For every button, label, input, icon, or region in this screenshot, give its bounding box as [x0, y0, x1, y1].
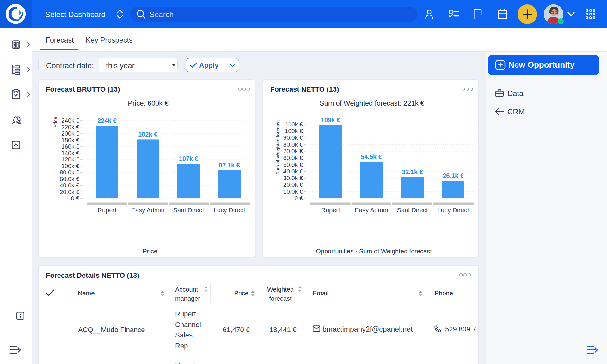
svg-text:Forecast BRUTTO (13): Forecast BRUTTO (13) [46, 85, 120, 93]
svg-text:Easy Admin: Easy Admin [355, 207, 388, 214]
svg-text:182k €: 182k € [138, 131, 157, 138]
svg-text:40.0k €: 40.0k € [60, 182, 80, 189]
svg-text:Opportunities - Sum of Weighte: Opportunities - Sum of Weighted forecast [316, 248, 432, 255]
svg-text:0 €: 0 € [71, 195, 80, 202]
svg-text:70.0k €: 70.0k € [283, 148, 303, 155]
svg-text:0 €: 0 € [295, 195, 303, 202]
svg-text:80.0k €: 80.0k € [60, 169, 80, 176]
svg-text:Forecast NETTO (13): Forecast NETTO (13) [270, 85, 339, 93]
svg-text:Easy Admin: Easy Admin [131, 207, 165, 214]
svg-text:54.5k €: 54.5k € [361, 153, 382, 160]
svg-text:26.1k €: 26.1k € [443, 172, 464, 179]
svg-text:180k €: 180k € [61, 137, 79, 143]
svg-text:Rupert: Rupert [97, 207, 116, 214]
svg-text:Saul Direct: Saul Direct [173, 207, 204, 214]
svg-text:Price: Price [52, 117, 58, 128]
svg-text:30.0k €: 30.0k € [283, 175, 303, 181]
svg-text:Sum of Weighted forecast: Sum of Weighted forecast [275, 120, 280, 175]
svg-text:20.0k €: 20.0k € [60, 189, 80, 195]
svg-text:140k €: 140k € [61, 150, 79, 156]
svg-text:109k €: 109k € [321, 117, 340, 124]
svg-text:60.0k €: 60.0k € [60, 176, 80, 182]
svg-text:60.0k €: 60.0k € [283, 155, 303, 161]
svg-text:200k €: 200k € [61, 130, 79, 137]
svg-text:220k €: 220k € [61, 124, 79, 130]
svg-text:50.0k €: 50.0k € [283, 161, 303, 168]
svg-text:107k €: 107k € [179, 155, 198, 162]
svg-text:Rupert: Rupert [321, 207, 340, 214]
svg-text:240k €: 240k € [61, 117, 79, 124]
svg-text:Lucy Direct: Lucy Direct [213, 207, 245, 214]
svg-text:90.0k €: 90.0k € [283, 134, 303, 141]
svg-text:110k €: 110k € [285, 121, 303, 128]
svg-text:100k €: 100k € [285, 128, 303, 134]
svg-text:100k €: 100k € [61, 163, 79, 169]
svg-text:32.1k €: 32.1k € [402, 168, 423, 175]
svg-text:160k €: 160k € [61, 143, 79, 150]
svg-text:Lucy Direct: Lucy Direct [437, 207, 469, 214]
svg-text:40.0k €: 40.0k € [283, 168, 303, 175]
svg-text:224k €: 224k € [97, 117, 117, 124]
svg-text:20.0k €: 20.0k € [283, 181, 303, 188]
svg-text:87.1k €: 87.1k € [219, 162, 240, 169]
svg-text:Sum of Weighted forecast: 221k: Sum of Weighted forecast: 221k € [320, 99, 424, 107]
svg-text:10.0k €: 10.0k € [283, 188, 303, 195]
svg-text:Price: 600k €: Price: 600k € [128, 99, 168, 107]
svg-text:120k €: 120k € [61, 156, 79, 163]
svg-text:Saul Direct: Saul Direct [397, 207, 428, 214]
svg-text:80.0k €: 80.0k € [283, 141, 303, 148]
svg-text:Price: Price [143, 247, 158, 255]
